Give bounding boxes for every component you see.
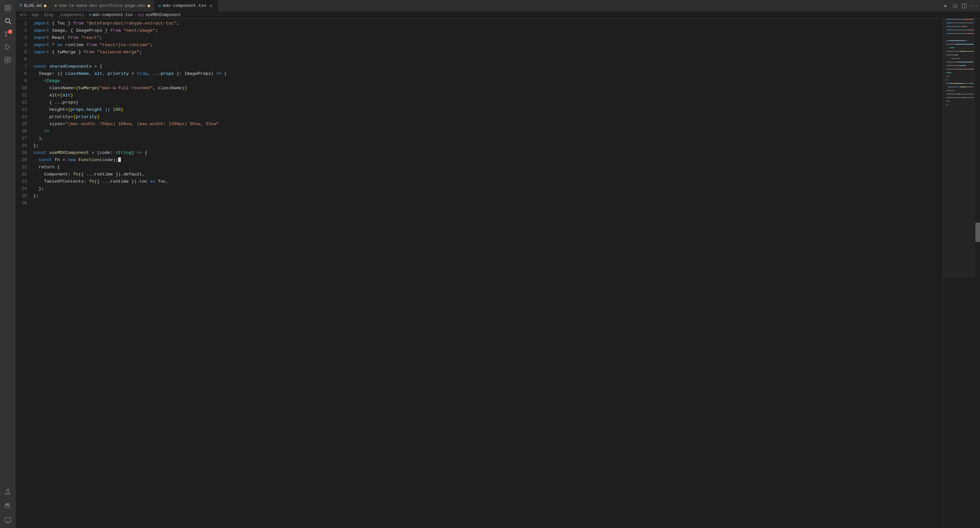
activity-icon-debug[interactable] [3, 42, 13, 52]
activity-icon-extensions[interactable] [3, 55, 13, 65]
breadcrumb-app[interactable]: app [32, 13, 39, 17]
line-number: 6 [16, 56, 32, 63]
tab-close-mdx-component[interactable]: ✕ [208, 3, 213, 8]
svg-rect-16 [8, 504, 9, 506]
breadcrumb-components[interactable]: _components [58, 13, 84, 17]
line-content: import React from "react"; [32, 34, 943, 41]
line-content: <Image [32, 78, 943, 85]
code-line: 9 <Image [16, 78, 943, 85]
editor[interactable]: 1import { Toc } from "@stefanprobst/rehy… [16, 19, 943, 528]
line-number: 25 [16, 192, 32, 200]
editor-container: 1import { Toc } from "@stefanprobst/rehy… [16, 19, 980, 528]
tab-label-blog-md: BLOG.md [24, 3, 42, 8]
code-line: 17 ), [16, 135, 943, 142]
line-number: 8 [16, 70, 32, 78]
line-number: 23 [16, 178, 32, 185]
line-content [32, 200, 943, 207]
activity-icon-remote[interactable] [3, 515, 13, 525]
tab-modified-how-to [148, 5, 150, 7]
svg-rect-19 [5, 518, 11, 522]
line-number: 12 [16, 99, 32, 106]
svg-line-5 [9, 22, 11, 24]
run-button[interactable]: ▶ [942, 2, 950, 10]
line-number: 7 [16, 63, 32, 70]
activity-bar: 3 [0, 0, 16, 528]
tab-bar: M BLOG.md ≡ how-to-make-dev-portfolio-pa… [16, 0, 980, 11]
line-number: 18 [16, 142, 32, 149]
breadcrumb: src › app › blog › _components › ⚙ mdx-c… [16, 11, 980, 19]
split-button[interactable] [960, 2, 968, 10]
svg-point-6 [5, 32, 7, 33]
svg-point-8 [5, 35, 7, 36]
tab-how-to[interactable]: ≡ how-to-make-dev-portfolio-page.mdx [51, 0, 154, 11]
code-line: 23 TableOfContents: fn({ ...runtime }).t… [16, 178, 943, 185]
breadcrumb-blog[interactable]: blog [44, 13, 53, 17]
activity-icon-explorer[interactable] [3, 3, 13, 13]
line-number: 24 [16, 185, 32, 192]
scrollbar-track[interactable] [975, 19, 980, 528]
tab-icon-blog-md: M [20, 3, 22, 8]
line-number: 5 [16, 49, 32, 56]
line-content: }; [32, 185, 943, 192]
code-line: 22 Component: fn({ ...runtime }).default… [16, 171, 943, 178]
tab-label-mdx-component: mdx-component.tsx [163, 3, 207, 8]
tab-blog-md[interactable]: M BLOG.md [16, 0, 51, 11]
code-line: 18}; [16, 142, 943, 149]
breadcrumb-file-icon: ⚙ [89, 13, 91, 17]
svg-rect-15 [6, 504, 8, 506]
code-line: 19const useMDXComponent = (code: string)… [16, 149, 943, 157]
svg-rect-11 [8, 57, 11, 60]
svg-rect-14 [5, 504, 6, 506]
code-line: 24 }; [16, 185, 943, 192]
line-content: priority={priority} [32, 113, 943, 121]
tab-icon-mdx-component: ⚙ [158, 3, 161, 8]
code-line: 26 [16, 200, 943, 207]
line-content: height={props.height || 100} [32, 106, 943, 113]
code-line: 5import { twMerge } from "tailwind-merge… [16, 49, 943, 56]
tab-icon-how-to: ≡ [55, 3, 57, 8]
activity-icon-search[interactable] [3, 16, 13, 26]
breadcrumb-src[interactable]: src [20, 13, 27, 17]
code-line: 20 const fn = new Function(code);█ [16, 157, 943, 164]
line-number: 2 [16, 27, 32, 34]
scrollbar-thumb[interactable] [975, 222, 980, 242]
breadcrumb-filename[interactable]: mdx-component.tsx [92, 13, 132, 17]
code-line: 13 height={props.height || 100} [16, 106, 943, 113]
line-number: 20 [16, 157, 32, 164]
line-number: 4 [16, 41, 32, 49]
tab-mdx-component[interactable]: ⚙ mdx-component.tsx ✕ [154, 0, 218, 11]
breadcrumb-var-icon: (x) [138, 13, 144, 17]
line-content: { ...props} [32, 99, 943, 106]
line-content: }; [32, 142, 943, 149]
line-number: 3 [16, 34, 32, 41]
code-line: 7const sharedComponents = { [16, 63, 943, 70]
line-content: import { Toc } from "@stefanprobst/rehyp… [32, 20, 943, 27]
tab-modified-blog-md [44, 5, 46, 7]
activity-icon-test[interactable] [3, 486, 13, 496]
line-content: alt={alt} [32, 92, 943, 99]
history-button[interactable] [951, 2, 959, 10]
line-number: 11 [16, 92, 32, 99]
svg-rect-3 [8, 8, 11, 11]
line-number: 26 [16, 200, 32, 207]
line-content: import * as runtime from "react/jsx-runt… [32, 41, 943, 49]
line-content: return { [32, 164, 943, 171]
code-line: 15 sizes="(max-width: 768px) 100vw, (max… [16, 121, 943, 128]
minimap [943, 19, 975, 528]
code-line: 12 { ...props} [16, 99, 943, 106]
code-line: 25}; [16, 192, 943, 200]
more-button[interactable]: ··· [969, 2, 977, 10]
activity-icon-source-control[interactable]: 3 [3, 29, 13, 39]
svg-rect-12 [5, 60, 8, 63]
line-content: ), [32, 135, 943, 142]
code-line: 1import { Toc } from "@stefanprobst/rehy… [16, 20, 943, 27]
code-line: 10 className={twMerge("max-w-full rounde… [16, 85, 943, 92]
source-control-badge: 3 [8, 29, 13, 34]
svg-rect-17 [6, 504, 8, 504]
breadcrumb-function[interactable]: useMDXComponent [146, 13, 181, 17]
svg-rect-2 [5, 8, 7, 11]
code-line: 16 /> [16, 128, 943, 135]
activity-icon-docker[interactable] [3, 501, 13, 511]
line-content: /> [32, 128, 943, 135]
line-number: 1 [16, 20, 32, 27]
